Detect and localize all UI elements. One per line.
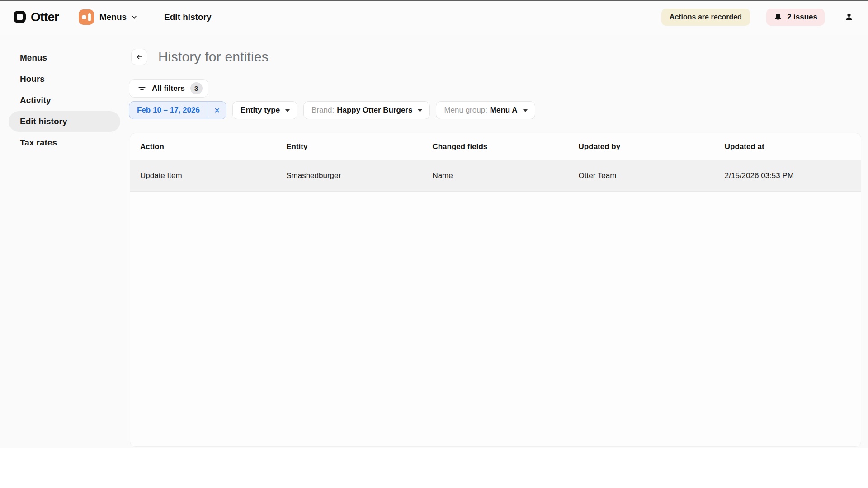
page-title: History for entities	[158, 49, 269, 65]
arrow-left-icon	[135, 53, 143, 61]
otter-logo-icon	[14, 11, 26, 23]
back-button[interactable]	[131, 49, 147, 65]
brand-value: Happy Otter Burgers	[334, 106, 412, 115]
cell-action: Update Item	[130, 171, 276, 180]
cell-entity: Smashedburger	[276, 171, 422, 180]
app-switcher-menus[interactable]: Menus	[79, 9, 138, 25]
menu-group-prefix: Menu group:	[436, 106, 487, 115]
filter-chip-entity-type[interactable]: Entity type	[232, 101, 297, 119]
caret-down-icon	[285, 109, 290, 112]
filter-chip-date-range[interactable]: Feb 10 – 17, 2026 ×	[129, 101, 226, 119]
column-header-entity: Entity	[276, 142, 422, 151]
issues-badge-label: 2 issues	[787, 13, 817, 22]
menus-app-icon	[79, 9, 94, 25]
history-table-card: Action Entity Changed fields Updated by …	[130, 133, 861, 447]
column-header-action: Action	[130, 142, 276, 151]
entity-type-label: Entity type	[233, 106, 280, 115]
brand-name: Otter	[31, 10, 59, 24]
bell-icon	[774, 13, 783, 22]
user-avatar-button[interactable]	[844, 12, 854, 23]
caret-down-icon	[523, 109, 528, 112]
cell-updated-by: Otter Team	[569, 171, 715, 180]
sidebar-item-edit-history[interactable]: Edit history	[9, 111, 120, 132]
bottom-whitespace	[0, 448, 868, 488]
column-header-changed-fields: Changed fields	[422, 142, 568, 151]
sidebar-item-tax-rates[interactable]: Tax rates	[9, 132, 120, 153]
sidebar-item-hours[interactable]: Hours	[9, 69, 120, 89]
main-content: History for entities All filters 3 Feb 1…	[129, 33, 868, 448]
caret-down-icon	[418, 109, 422, 112]
sidebar-item-menus[interactable]: Menus	[9, 47, 120, 68]
filter-lines-icon	[137, 84, 146, 93]
cell-updated-at: 2/15/2026 03:53 PM	[715, 171, 861, 180]
all-filters-button[interactable]: All filters 3	[129, 79, 208, 98]
filter-chip-brand[interactable]: Brand: Happy Otter Burgers	[303, 101, 430, 119]
all-filters-label: All filters	[152, 84, 185, 93]
filter-count-badge: 3	[190, 82, 203, 94]
sidebar: Menus Hours Activity Edit history Tax ra…	[0, 33, 129, 448]
filter-chip-menu-group[interactable]: Menu group: Menu A	[436, 101, 535, 119]
chevron-down-icon	[131, 14, 138, 21]
column-header-updated-by: Updated by	[569, 142, 715, 151]
top-bar: Otter Menus Edit history Actions are rec…	[0, 1, 868, 33]
date-range-label: Feb 10 – 17, 2026	[129, 102, 208, 119]
topbar-page-title: Edit history	[164, 12, 212, 22]
actions-recorded-badge: Actions are recorded	[661, 9, 750, 26]
table-row[interactable]: Update Item Smashedburger Name Otter Tea…	[130, 160, 861, 192]
person-icon	[844, 12, 854, 23]
brand-prefix: Brand:	[304, 106, 334, 115]
app-switcher-label: Menus	[99, 12, 127, 22]
sidebar-item-activity[interactable]: Activity	[9, 90, 120, 111]
table-header-row: Action Entity Changed fields Updated by …	[130, 133, 861, 160]
issues-badge[interactable]: 2 issues	[766, 9, 825, 26]
close-icon[interactable]: ×	[208, 102, 226, 119]
column-header-updated-at: Updated at	[715, 142, 861, 151]
cell-changed-fields: Name	[422, 171, 568, 180]
otter-brand[interactable]: Otter	[14, 10, 59, 24]
menu-group-value: Menu A	[487, 106, 518, 115]
